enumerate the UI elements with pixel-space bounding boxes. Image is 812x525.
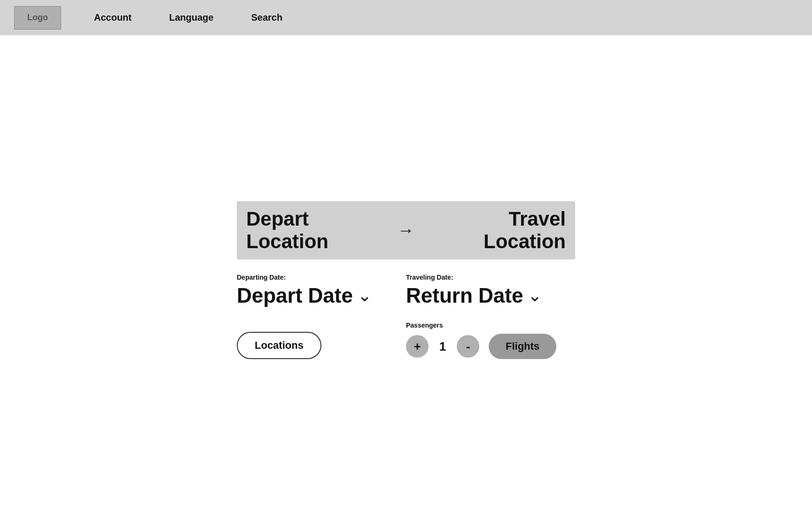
passengers-label: Passengers [406, 321, 443, 329]
return-date-chevron-icon[interactable]: ⌄ [528, 286, 542, 306]
flights-button[interactable]: Flights [489, 334, 556, 359]
bottom-right: Passengers + 1 - Flights [406, 321, 575, 359]
nav-account[interactable]: Account [75, 12, 150, 23]
depart-location[interactable]: Depart Location [246, 208, 388, 253]
depart-date-value[interactable]: Depart Date [237, 284, 353, 307]
search-widget: Depart Location → Travel Location Depart… [237, 201, 575, 359]
nav-language[interactable]: Language [150, 12, 232, 23]
navbar: Logo Account Language Search [0, 0, 812, 35]
location-row: Depart Location → Travel Location [237, 201, 575, 259]
return-date-col: Traveling Date: Return Date ⌄ [406, 274, 575, 307]
return-date-row: Return Date ⌄ [406, 284, 575, 307]
logo-text: Logo [27, 13, 48, 23]
main-content: Depart Location → Travel Location Depart… [0, 35, 812, 525]
passengers-controls: + 1 - Flights [406, 334, 556, 359]
date-row: Departing Date: Depart Date ⌄ Traveling … [237, 274, 575, 307]
traveling-date-label: Traveling Date: [406, 274, 575, 281]
departing-date-label: Departing Date: [237, 274, 406, 281]
bottom-row: Locations Passengers + 1 - Flights [237, 321, 575, 359]
depart-date-col: Departing Date: Depart Date ⌄ [237, 274, 406, 307]
depart-date-row: Depart Date ⌄ [237, 284, 406, 307]
depart-date-chevron-icon[interactable]: ⌄ [358, 286, 372, 306]
passengers-increment-button[interactable]: + [406, 335, 429, 358]
bottom-left: Locations [237, 332, 406, 359]
nav-search[interactable]: Search [232, 12, 301, 23]
passengers-count: 1 [433, 339, 452, 354]
return-date-value[interactable]: Return Date [406, 284, 523, 307]
travel-location[interactable]: Travel Location [424, 208, 566, 253]
locations-button[interactable]: Locations [237, 332, 321, 359]
logo[interactable]: Logo [14, 6, 61, 30]
passengers-decrement-button[interactable]: - [457, 335, 479, 358]
arrow-icon: → [398, 220, 414, 240]
